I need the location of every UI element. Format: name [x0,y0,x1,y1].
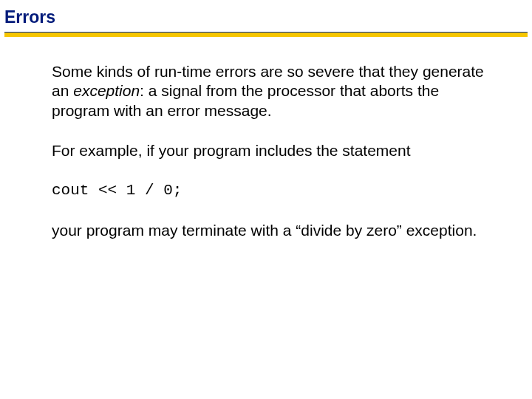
para1-emphasis: exception [73,82,140,99]
paragraph-2: For example, if your program includes th… [52,141,491,160]
paragraph-3: your program may terminate with a “divid… [52,221,491,240]
slide-title: Errors [0,0,532,32]
paragraph-1: Some kinds of run-time errors are so sev… [52,62,491,120]
slide-body: Some kinds of run-time errors are so sev… [0,37,532,241]
code-example: cout << 1 / 0; [52,181,491,200]
slide: Errors Some kinds of run-time errors are… [0,0,532,399]
title-underline [4,32,528,37]
